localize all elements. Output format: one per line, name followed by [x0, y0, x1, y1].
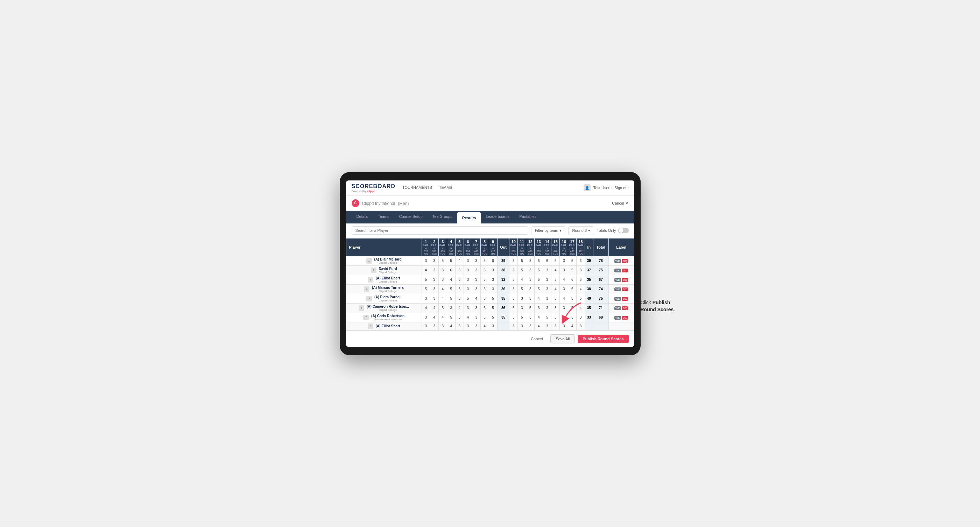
score-hole-3[interactable]: 3 — [438, 322, 447, 330]
score-hole-9[interactable]: 3 — [489, 275, 497, 284]
score-hole-14[interactable]: 5 — [543, 313, 551, 322]
score-hole-18[interactable]: 5 — [577, 275, 585, 284]
tab-leaderboards[interactable]: Leaderboards — [481, 211, 514, 224]
score-hole-18[interactable]: 3 — [577, 313, 585, 322]
score-hole-3[interactable]: 4 — [438, 294, 447, 303]
score-hole-1[interactable]: 4 — [422, 303, 430, 313]
score-hole-16[interactable]: 4 — [560, 294, 568, 303]
score-hole-13[interactable]: 3 — [535, 303, 543, 313]
score-hole-13[interactable]: 4 — [535, 294, 543, 303]
score-hole-13[interactable]: 5 — [535, 284, 543, 294]
save-all-button[interactable]: Save All — [550, 334, 575, 343]
score-hole-15[interactable]: 3 — [551, 313, 560, 322]
tab-printables[interactable]: Printables — [514, 211, 541, 224]
score-hole-4[interactable]: 5 — [447, 313, 455, 322]
wd-badge[interactable]: WD — [614, 287, 621, 291]
score-hole-8[interactable]: 5 — [480, 284, 489, 294]
dq-badge[interactable]: DQ — [622, 316, 628, 320]
score-hole-6[interactable]: 3 — [464, 265, 472, 275]
score-hole-11[interactable]: 5 — [518, 265, 526, 275]
score-hole-6[interactable]: 3 — [464, 284, 472, 294]
score-hole-4[interactable]: 5 — [447, 284, 455, 294]
score-hole-15[interactable]: 5 — [551, 256, 560, 265]
wd-badge[interactable]: WD — [614, 306, 621, 310]
score-hole-2[interactable]: 3 — [430, 265, 438, 275]
score-hole-3[interactable]: 4 — [438, 313, 447, 322]
score-hole-12[interactable]: 3 — [526, 256, 535, 265]
score-hole-8[interactable]: 3 — [480, 313, 489, 322]
score-hole-2[interactable]: 3 — [430, 294, 438, 303]
score-hole-17[interactable]: 5 — [568, 256, 577, 265]
round-select-dropdown[interactable]: Round 3 ▾ — [568, 226, 594, 235]
score-hole-3[interactable]: 4 — [438, 284, 447, 294]
score-hole-18[interactable]: 3 — [577, 265, 585, 275]
dq-badge[interactable]: DQ — [622, 297, 628, 301]
score-hole-7[interactable]: 3 — [472, 303, 480, 313]
score-hole-8[interactable]: 6 — [480, 303, 489, 313]
score-hole-7[interactable]: 3 — [472, 265, 480, 275]
score-hole-15[interactable]: 4 — [551, 284, 560, 294]
dq-badge[interactable]: DQ — [622, 306, 628, 310]
score-hole-13[interactable]: 4 — [535, 322, 543, 330]
tab-results[interactable]: Results — [457, 212, 481, 224]
score-hole-2[interactable]: 4 — [430, 303, 438, 313]
score-hole-6[interactable]: 3 — [464, 275, 472, 284]
score-hole-2[interactable]: 4 — [430, 313, 438, 322]
wd-badge[interactable]: WD — [614, 268, 621, 272]
score-hole-14[interactable]: 3 — [543, 265, 551, 275]
score-hole-2[interactable]: 3 — [430, 256, 438, 265]
score-hole-7[interactable]: 3 — [472, 256, 480, 265]
score-hole-17[interactable]: 5 — [568, 265, 577, 275]
score-hole-12[interactable]: 3 — [526, 265, 535, 275]
score-hole-5[interactable]: 4 — [455, 303, 464, 313]
score-hole-9[interactable]: 5 — [489, 313, 497, 322]
score-hole-18[interactable]: 3 — [577, 256, 585, 265]
score-hole-16[interactable]: 3 — [560, 265, 568, 275]
score-hole-3[interactable]: 5 — [438, 303, 447, 313]
nav-teams[interactable]: TEAMS — [439, 185, 452, 190]
score-hole-5[interactable]: 3 — [455, 275, 464, 284]
score-hole-9[interactable]: 3 — [489, 265, 497, 275]
score-hole-1[interactable]: 3 — [422, 294, 430, 303]
score-hole-1[interactable]: 3 — [422, 322, 430, 330]
dq-badge[interactable]: DQ — [622, 259, 628, 263]
score-hole-18[interactable]: 4 — [577, 303, 585, 313]
score-hole-5[interactable]: 3 — [455, 284, 464, 294]
score-hole-4[interactable]: 5 — [447, 294, 455, 303]
score-hole-12[interactable]: 5 — [526, 303, 535, 313]
score-hole-8[interactable]: 5 — [480, 256, 489, 265]
score-hole-15[interactable]: 3 — [551, 303, 560, 313]
totals-only-toggle[interactable]: Totals Only — [597, 228, 628, 233]
score-hole-5[interactable]: 3 — [455, 294, 464, 303]
wd-badge[interactable]: WD — [614, 297, 621, 301]
score-hole-11[interactable]: 5 — [518, 313, 526, 322]
score-hole-10[interactable]: 3 — [509, 265, 518, 275]
tab-details[interactable]: Details — [352, 211, 373, 224]
search-input[interactable] — [352, 226, 528, 235]
sign-out-link[interactable]: Sign out — [614, 186, 628, 190]
toggle-switch[interactable] — [618, 228, 629, 233]
filter-team-dropdown[interactable]: Filter by team ▾ — [531, 226, 566, 235]
score-hole-10[interactable]: 3 — [509, 322, 518, 330]
tab-teams[interactable]: Teams — [373, 211, 394, 224]
score-hole-4[interactable]: 4 — [447, 275, 455, 284]
score-hole-10[interactable]: 3 — [509, 284, 518, 294]
score-hole-14[interactable]: 3 — [543, 275, 551, 284]
score-hole-14[interactable]: 3 — [543, 284, 551, 294]
score-hole-2[interactable]: 3 — [430, 284, 438, 294]
score-hole-5[interactable]: 4 — [455, 256, 464, 265]
nav-tournaments[interactable]: TOURNAMENTS — [402, 185, 432, 190]
score-hole-11[interactable]: 4 — [518, 275, 526, 284]
score-hole-1[interactable]: 5 — [422, 275, 430, 284]
score-hole-11[interactable]: 3 — [518, 322, 526, 330]
score-hole-8[interactable]: 4 — [480, 322, 489, 330]
score-hole-17[interactable]: 3 — [568, 313, 577, 322]
score-hole-10[interactable]: 3 — [509, 313, 518, 322]
score-hole-6[interactable]: 3 — [464, 303, 472, 313]
score-hole-2[interactable]: 3 — [430, 322, 438, 330]
score-hole-16[interactable]: 3 — [560, 256, 568, 265]
score-hole-6[interactable]: 3 — [464, 256, 472, 265]
tab-tee-groups[interactable]: Tee Groups — [428, 211, 457, 224]
score-hole-9[interactable]: 5 — [489, 303, 497, 313]
score-hole-16[interactable]: 4 — [560, 313, 568, 322]
